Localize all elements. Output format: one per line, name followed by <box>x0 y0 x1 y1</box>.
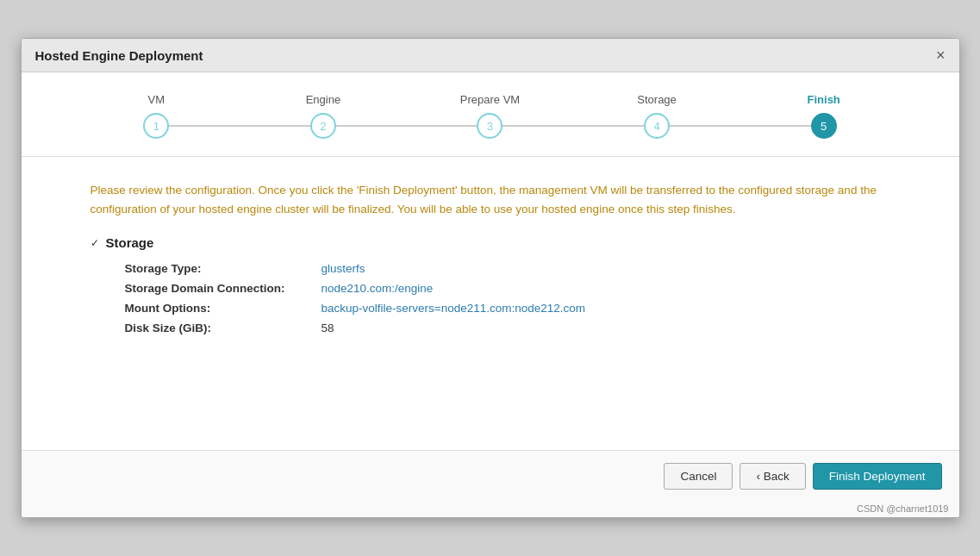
close-button[interactable]: × <box>936 47 946 63</box>
dialog-body: Please review the configuration. Once yo… <box>22 157 959 450</box>
storage-type-label: Storage Type: <box>125 262 315 275</box>
back-button[interactable]: ‹ Back <box>740 463 805 490</box>
step-storage-label: Storage <box>637 93 677 106</box>
section-header: ✓ Storage <box>91 235 890 250</box>
step-engine: Engine 2 <box>240 93 407 139</box>
storage-type-value: glusterfs <box>321 262 365 275</box>
step-engine-label: Engine <box>306 93 340 106</box>
step-prepare-vm-circle: 3 <box>477 113 502 139</box>
watermark: CSDN @charnet1019 <box>22 502 959 517</box>
dialog-title: Hosted Engine Deployment <box>35 48 203 63</box>
storage-domain-value: node210.com:/engine <box>321 282 434 295</box>
step-prepare-vm: Prepare VM 3 <box>407 93 574 139</box>
info-text: Please review the configuration. Once yo… <box>91 181 890 218</box>
step-vm-circle: 1 <box>143 113 169 139</box>
config-row-disk-size: Disk Size (GiB): 58 <box>125 322 890 334</box>
dialog-footer: Cancel ‹ Back Finish Deployment <box>22 450 959 502</box>
step-prepare-vm-label: Prepare VM <box>460 93 520 106</box>
cancel-button[interactable]: Cancel <box>664 463 733 490</box>
step-vm-label: VM <box>148 93 165 106</box>
hosted-engine-deployment-dialog: Hosted Engine Deployment × VM 1 Engine 2… <box>21 38 960 518</box>
steps-container: VM 1 Engine 2 Prepare VM 3 Storage 4 Fin <box>73 93 908 139</box>
step-finish: Finish 5 <box>740 93 908 139</box>
step-engine-circle: 2 <box>310 113 336 139</box>
step-finish-circle: 5 <box>811 113 837 139</box>
step-finish-label: Finish <box>808 93 840 106</box>
mount-options-label: Mount Options: <box>125 302 315 315</box>
chevron-down-icon: ✓ <box>91 237 99 249</box>
step-storage: Storage 4 <box>573 93 740 139</box>
section-title: Storage <box>106 235 154 250</box>
dialog-header: Hosted Engine Deployment × <box>22 39 959 72</box>
config-row-storage-domain: Storage Domain Connection: node210.com:/… <box>125 282 890 295</box>
step-vm: VM 1 <box>73 93 240 139</box>
config-row-storage-type: Storage Type: glusterfs <box>125 262 890 275</box>
finish-deployment-button[interactable]: Finish Deployment <box>813 463 942 490</box>
config-row-mount-options: Mount Options: backup-volfile-servers=no… <box>125 302 890 315</box>
mount-options-value: backup-volfile-servers=node211.com:node2… <box>321 302 586 315</box>
wizard-steps: VM 1 Engine 2 Prepare VM 3 Storage 4 Fin <box>22 72 959 157</box>
disk-size-value: 58 <box>321 322 334 334</box>
storage-domain-label: Storage Domain Connection: <box>125 282 315 295</box>
disk-size-label: Disk Size (GiB): <box>125 322 315 334</box>
config-table: Storage Type: glusterfs Storage Domain C… <box>125 262 890 334</box>
step-storage-circle: 4 <box>644 113 670 139</box>
